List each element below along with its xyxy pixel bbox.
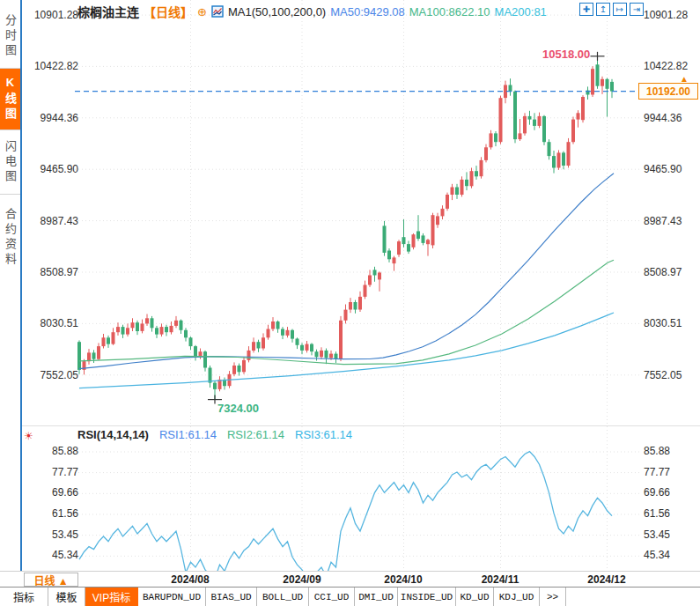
tab-kd-ud[interactable]: KD_UD [456, 588, 494, 606]
price-tick-label: 69.66 [644, 487, 695, 498]
tab-template[interactable]: 模板 [48, 588, 85, 606]
tab-inside-ud[interactable]: INSIDE_UD [398, 588, 456, 606]
date-tick: 2024/11 [479, 573, 521, 586]
sidebar-item-label: 合约资料 [2, 208, 18, 268]
sidebar-item-label: 分时图 [2, 14, 18, 59]
ma50-value: MA50:9429.08 [330, 5, 405, 18]
ma-line-ma50 [79, 174, 614, 369]
collapse-icon[interactable]: ⊕ [197, 6, 207, 18]
ma-settings-label[interactable]: MA1(50,100,200,0) [228, 5, 326, 18]
sidebar-item-label: K线图 [2, 76, 18, 122]
price-tick-label: 10901.28 [644, 10, 695, 20]
price-tick-label: 61.56 [644, 508, 695, 519]
price-tick-label: 8987.43 [644, 216, 695, 226]
high-price-label: 10518.00 [542, 48, 590, 61]
indicator-toolbar: 指标 模板 VIP指标 BARUPDN_UD BIAS_UD BOLL_UD C… [0, 587, 700, 606]
period-selector[interactable]: 日线 ▲ [24, 573, 78, 587]
price-tick-label: 85.88 [27, 446, 78, 456]
ma200-value: MA200:81 [495, 5, 547, 18]
price-up-arrow-icon: ▲ [680, 74, 689, 84]
price-tick-label: 10422.82 [644, 61, 695, 71]
price-tick-label: 9944.36 [27, 113, 78, 123]
symbol-name: 棕榈油主连 [77, 3, 139, 20]
low-price-label: 7324.00 [217, 402, 259, 415]
price-tick-label: 8030.51 [644, 318, 695, 329]
price-tick-label: 7552.05 [644, 370, 695, 381]
chart-tools: ✚ ↥ ↦ ⇥ [579, 3, 644, 16]
date-tick: 2024/10 [382, 573, 424, 586]
price-tick-label: 77.77 [27, 467, 78, 477]
price-tick-label: 61.56 [27, 508, 78, 519]
price-tick-label: 8508.97 [644, 267, 695, 277]
sidebar-item-kline-chart[interactable]: K线图 [0, 69, 20, 130]
mini-chart-icon [211, 5, 224, 18]
left-tab-bar: 分时图 K线图 闪电图 合约资料 [0, 0, 22, 573]
sidebar-item-label: 闪电图 [2, 140, 18, 185]
rsi1-value: RSI1:61.14 [159, 428, 217, 441]
current-price-badge: 10192.00 [638, 83, 698, 100]
price-tick-label: 69.66 [27, 487, 78, 498]
price-tick-label: 8030.51 [27, 318, 78, 329]
pan-right-icon[interactable]: ⇥ [630, 3, 644, 16]
rsi-title[interactable]: RSI(14,14,14) [77, 428, 149, 441]
sidebar-item-timeshare-chart[interactable]: 分时图 [0, 5, 20, 69]
rsi2-value: RSI2:61.14 [227, 428, 284, 441]
tab-kdj-ud[interactable]: KDJ_UD [494, 588, 540, 606]
tab-vip-indicator[interactable]: VIP指标 [85, 588, 138, 606]
date-tick: 2024/09 [281, 573, 323, 586]
chart-header: 棕榈油主连 【日线】 ⊕ MA1(50,100,200,0) MA50:9429… [77, 3, 547, 20]
date-tick: 2024/08 [169, 573, 211, 586]
price-tick-label: 45.34 [27, 550, 78, 560]
ma100-value: MA100:8622.10 [409, 5, 490, 18]
tab-cci-ud[interactable]: CCI_UD [309, 588, 355, 606]
main-grid [75, 0, 641, 425]
tab-boll-ud[interactable]: BOLL_UD [257, 588, 309, 606]
scale-x-axis-icon[interactable]: ↦ [613, 3, 627, 16]
trading-terminal: 分时图 K线图 闪电图 合约资料 棕榈油主连 【日线】 ⊕ MA1(50,100… [0, 0, 700, 606]
tab-barupdn-ud[interactable]: BARUPDN_UD [138, 588, 206, 606]
sidebar-item-contract-info[interactable]: 合约资料 [0, 195, 20, 280]
price-tick-label: 7552.05 [27, 370, 78, 381]
price-tick-label: 77.77 [644, 467, 695, 477]
crosshair-move-icon[interactable]: ✚ [579, 3, 593, 16]
tab-indicator[interactable]: 指标 [0, 588, 48, 606]
price-tick-label: 10422.82 [27, 61, 78, 71]
price-tick-label: 53.45 [27, 529, 78, 540]
price-tick-label: 45.34 [644, 550, 695, 560]
date-tick: 2024/12 [586, 573, 628, 586]
candles [77, 56, 614, 400]
date-axis: 日线 ▲ 2024/08 2024/09 2024/10 2024/11 202… [0, 571, 700, 587]
price-tick-label: 85.88 [644, 446, 695, 456]
price-tick-label: 8987.43 [27, 216, 78, 226]
rsi-header: RSI(14,14,14) RSI1:61.14 RSI2:61.14 RSI3… [77, 428, 352, 441]
tab-bias-ud[interactable]: BIAS_UD [206, 588, 257, 606]
price-tick-label: 53.45 [644, 529, 695, 540]
price-tick-label: 10901.28 [27, 10, 78, 20]
price-tick-label: 9465.90 [644, 164, 695, 174]
rsi3-value: RSI3:61.14 [295, 428, 352, 441]
rsi-line [79, 452, 612, 573]
rsi-chart[interactable] [22, 425, 700, 573]
period-label: 【日线】 [144, 3, 193, 20]
tab-more[interactable]: >> [540, 588, 566, 606]
sidebar-item-lightning-chart[interactable]: 闪电图 [0, 130, 20, 195]
price-tick-label: 9944.36 [644, 113, 695, 123]
chart-area[interactable]: 棕榈油主连 【日线】 ⊕ MA1(50,100,200,0) MA50:9429… [22, 0, 700, 573]
price-tick-label: 9465.90 [27, 164, 78, 174]
candlestick-chart[interactable] [22, 0, 700, 425]
indicator-settings-icon[interactable]: ☀ [24, 430, 33, 442]
price-tick-label: 8508.97 [27, 267, 78, 277]
tab-dmi-ud[interactable]: DMI_UD [355, 588, 398, 606]
scale-y-axis-icon[interactable]: ↥ [596, 3, 610, 16]
